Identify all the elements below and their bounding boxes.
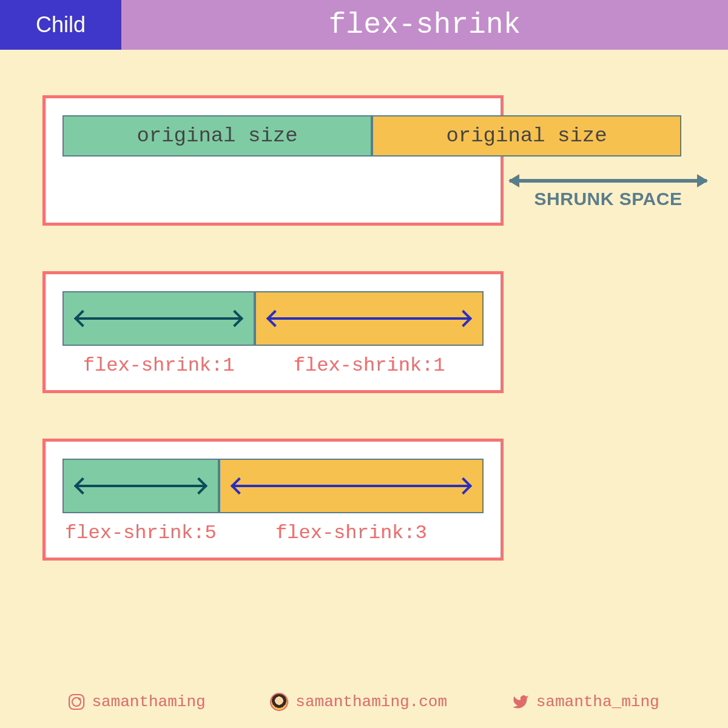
example-weighted-shrink: flex-shrink:5 flex-shrink:3 [42,439,686,561]
box-yellow-shrink1 [255,291,484,346]
double-arrow-icon [510,179,707,183]
website-url: samanthaming.com [295,693,447,711]
box-green-original: original size [62,115,372,157]
instagram-icon [69,694,84,710]
label-flex-shrink-1a: flex-shrink:1 [62,354,255,377]
twitter-icon [512,693,529,710]
header-title: flex-shrink [121,0,728,50]
inward-arrow-icon [77,317,240,320]
header-tag: Child [0,0,121,50]
example-original-size: original size original size SHRUNK SPACE [42,95,686,226]
example2-frame: flex-shrink:1 flex-shrink:1 [42,271,504,393]
shrunk-space-label: SHRUNK SPACE [510,189,707,209]
label-flex-shrink-3: flex-shrink:3 [219,522,484,544]
shrunk-space-indicator: SHRUNK SPACE [510,174,707,217]
content: original size original size SHRUNK SPACE… [0,50,728,561]
twitter-handle: samantha_ming [536,693,659,711]
example3-labels: flex-shrink:5 flex-shrink:3 [62,522,484,544]
inward-arrow-icon [269,317,469,320]
example2-row [62,291,484,346]
example3-row [62,459,484,513]
inward-arrow-icon [77,485,204,487]
instagram-handle: samanthaming [92,693,205,711]
box-green-shrink1 [62,291,255,346]
example1-row: original size original size [62,115,681,157]
example1-frame: original size original size [42,95,504,226]
label-flex-shrink-5: flex-shrink:5 [62,522,219,544]
footer-website: samanthaming.com [270,693,447,711]
footer-twitter: samantha_ming [512,693,659,711]
avatar-icon [270,693,288,711]
header: Child flex-shrink [0,0,728,50]
box-green-shrink5 [62,459,219,513]
example3-frame: flex-shrink:5 flex-shrink:3 [42,439,504,561]
box-yellow-shrink3 [219,459,484,513]
footer-instagram: samanthaming [69,693,205,711]
box-yellow-original: original size [372,115,681,157]
footer: samanthaming samanthaming.com samantha_m… [0,693,728,711]
example-equal-shrink: flex-shrink:1 flex-shrink:1 [42,271,686,393]
label-flex-shrink-1b: flex-shrink:1 [255,354,484,377]
inward-arrow-icon [234,485,469,487]
example2-labels: flex-shrink:1 flex-shrink:1 [62,354,484,377]
